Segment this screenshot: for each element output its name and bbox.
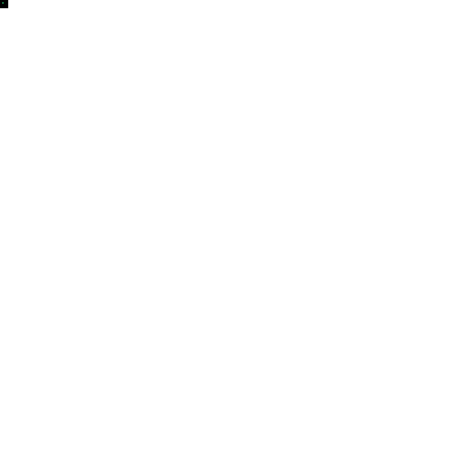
chart-canvas (0, 0, 476, 476)
